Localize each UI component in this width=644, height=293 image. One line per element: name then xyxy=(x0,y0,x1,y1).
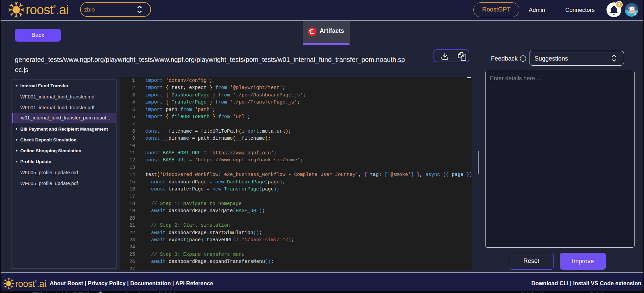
svg-text:roost®.ai: roost®.ai xyxy=(15,279,46,289)
svg-text:roost®.ai: roost®.ai xyxy=(26,3,69,17)
